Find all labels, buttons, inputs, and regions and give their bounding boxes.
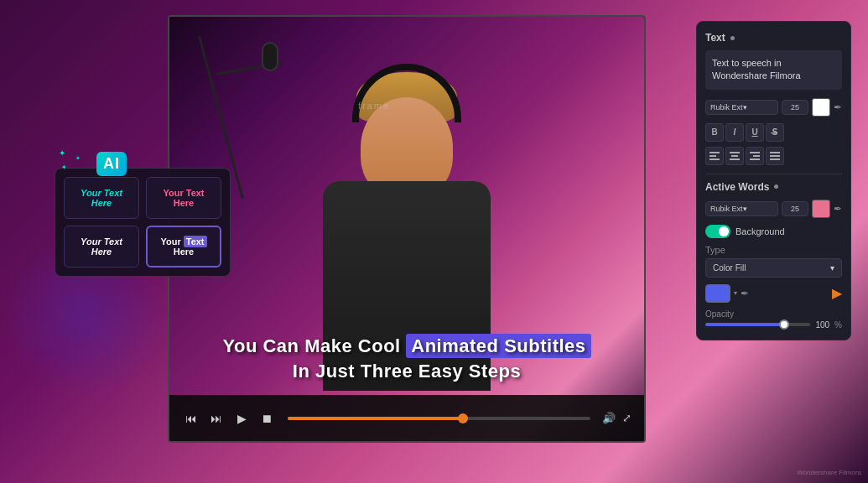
- size-dropdown-active[interactable]: 25: [782, 201, 808, 216]
- align-justify-button[interactable]: [766, 147, 784, 165]
- fullscreen-button[interactable]: ⤢: [622, 412, 632, 424]
- active-words-label: Active Words: [705, 181, 769, 193]
- svg-rect-4: [731, 155, 738, 157]
- style-card-2[interactable]: Your Text Here: [146, 177, 221, 219]
- svg-rect-0: [709, 152, 720, 153]
- background-toggle[interactable]: [705, 225, 730, 238]
- active-color-swatch[interactable]: [812, 200, 830, 218]
- play-button[interactable]: ▶: [232, 409, 251, 428]
- underline-button[interactable]: U: [746, 123, 764, 142]
- opacity-value: 100: [815, 320, 829, 330]
- text-section-title: Text: [705, 32, 842, 44]
- align-right-button[interactable]: [746, 147, 764, 165]
- subtitle-area: You Can Make Cool Animated Subtitles In …: [169, 335, 644, 382]
- style-card-4[interactable]: Your Text Here: [146, 226, 221, 267]
- sparkle-2: ✦: [75, 155, 81, 162]
- font-size-active: 25: [791, 205, 799, 213]
- video-controls: ⏮ ⏭ ▶ ⏹ 🔊 ⤢: [169, 395, 644, 441]
- svg-rect-7: [753, 155, 760, 157]
- text-title-dot: [730, 36, 735, 40]
- background-toggle-row: Background: [705, 225, 842, 238]
- text-input-area[interactable]: Text to speech in Wondershare Filmora: [705, 50, 842, 90]
- type-value: Color Fill: [713, 263, 746, 273]
- font-name-text: Rubik Ext▾: [710, 103, 747, 112]
- svg-rect-3: [730, 152, 740, 153]
- opacity-arrow-icon: ▶: [832, 285, 842, 301]
- active-words-section: Active Words Rubik Ext▾ 25 ✒ Background …: [705, 181, 842, 330]
- font-dropdown-active[interactable]: Rubik Ext▾: [705, 201, 778, 216]
- ai-badge: ✦ ✦ ✦ AI: [55, 147, 127, 180]
- card-1-text: Your Text Here: [71, 188, 132, 208]
- opacity-slider[interactable]: [705, 323, 810, 326]
- progress-thumb: [458, 413, 468, 423]
- rewind-button[interactable]: ⏮: [182, 409, 200, 428]
- style-card-3[interactable]: Your Text Here: [64, 226, 139, 267]
- sparkle-3: ✦: [61, 164, 67, 171]
- opacity-thumb: [779, 319, 789, 330]
- svg-rect-2: [709, 158, 720, 160]
- ai-label: AI: [96, 152, 127, 176]
- background-label: Background: [735, 226, 785, 236]
- align-left-button[interactable]: [705, 147, 724, 165]
- video-player: frame You Can Make Cool Animated Subtitl…: [168, 15, 646, 443]
- controls-right: 🔊 ⤢: [602, 412, 632, 424]
- text-color-swatch[interactable]: [812, 98, 830, 117]
- svg-rect-5: [730, 158, 740, 160]
- right-panel: Text Text to speech in Wondershare Filmo…: [696, 21, 851, 340]
- panel-divider-1: [705, 174, 842, 174]
- progress-bar[interactable]: [288, 417, 590, 420]
- fill-eyedropper-icon[interactable]: ✒: [741, 288, 749, 299]
- frame-label: frame: [358, 101, 390, 111]
- ai-sparkles: ✦ ✦ ✦: [55, 147, 96, 180]
- card-2-text: Your Text Here: [153, 188, 214, 208]
- text-input-content: Text to speech in Wondershare Filmora: [712, 57, 835, 83]
- font-row-active: Rubik Ext▾ 25 ✒: [705, 200, 842, 218]
- opacity-percent: %: [834, 320, 842, 330]
- subtitle-line1: You Can Make Cool Animated Subtitles: [169, 335, 644, 357]
- svg-rect-6: [750, 152, 760, 153]
- opacity-label: Opacity: [705, 309, 842, 319]
- active-words-dot: [774, 184, 778, 189]
- font-name-active: Rubik Ext▾: [710, 205, 747, 213]
- active-eyedropper-icon[interactable]: ✒: [834, 203, 842, 215]
- subtitle-line2: In Just Three Easy Steps: [169, 361, 644, 382]
- align-center-button[interactable]: [725, 147, 744, 165]
- font-row-text: Rubik Ext▾ 25 ✒: [705, 98, 842, 117]
- font-size-text: 25: [791, 103, 799, 112]
- active-words-title: Active Words: [705, 181, 842, 193]
- stop-button[interactable]: ⏹: [257, 409, 276, 428]
- card-3-text: Your Text Here: [71, 236, 132, 257]
- style-card-1[interactable]: Your Text Here: [64, 177, 139, 219]
- color-row: ▾ ✒ ▶: [705, 284, 842, 303]
- subtitle-highlight: Animated Subtitles: [406, 334, 590, 358]
- font-dropdown-text[interactable]: Rubik Ext▾: [705, 100, 778, 115]
- svg-rect-8: [750, 158, 760, 160]
- svg-rect-9: [770, 152, 780, 153]
- format-buttons-row: B I U S̶: [705, 123, 842, 142]
- type-chevron-icon: ▾: [830, 263, 834, 273]
- type-dropdown[interactable]: Color Fill ▾: [705, 258, 842, 278]
- skip-back-button[interactable]: ⏭: [207, 409, 226, 428]
- fill-color-swatch[interactable]: [705, 284, 730, 303]
- text-eyedropper-icon[interactable]: ✒: [834, 101, 842, 113]
- strikethrough-button[interactable]: S̶: [766, 123, 784, 142]
- type-label: Type: [705, 245, 842, 255]
- video-content: frame You Can Make Cool Animated Subtitl…: [169, 17, 644, 441]
- svg-rect-10: [770, 155, 780, 157]
- fill-color-chevron-icon[interactable]: ▾: [734, 289, 737, 297]
- svg-rect-11: [770, 158, 780, 160]
- align-buttons-row: [705, 147, 842, 165]
- volume-icon[interactable]: 🔊: [602, 412, 616, 424]
- italic-button[interactable]: I: [725, 123, 744, 142]
- sparkle-1: ✦: [59, 148, 65, 158]
- size-dropdown-text[interactable]: 25: [782, 100, 808, 115]
- watermark: Wondershare Filmora: [797, 469, 861, 476]
- opacity-row: 100 %: [705, 320, 842, 330]
- text-title-label: Text: [705, 32, 725, 44]
- bold-button[interactable]: B: [705, 123, 724, 142]
- progress-fill: [288, 417, 463, 420]
- svg-rect-1: [709, 155, 716, 157]
- card-4-text: Your Text Here: [154, 236, 213, 257]
- toggle-knob: [719, 226, 729, 236]
- subtitle-text-part1: You Can Make Cool: [222, 335, 406, 356]
